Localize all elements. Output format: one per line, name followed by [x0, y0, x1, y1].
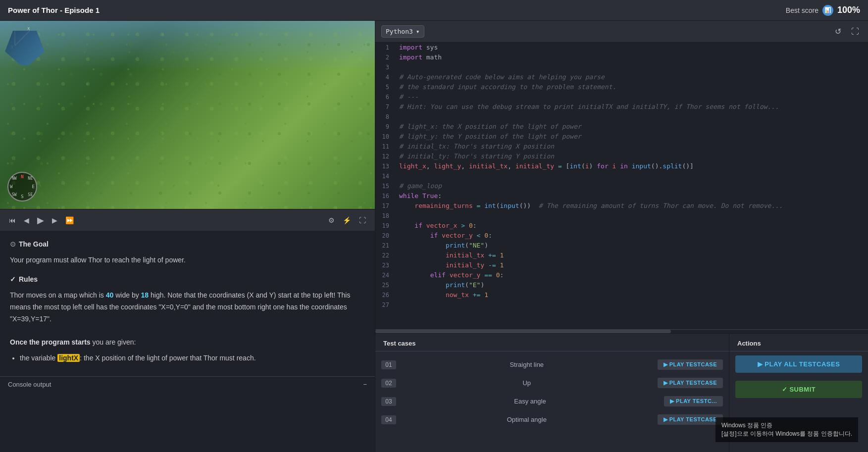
- test-name-03: Easy angle: [401, 398, 659, 405]
- play-button[interactable]: ▶: [34, 213, 47, 228]
- share-button[interactable]: ⚡: [340, 214, 354, 226]
- video-area: x y N S E W NE NW SE SW: [0, 21, 375, 231]
- compass-n-label: N: [21, 174, 23, 179]
- compass-s-label: S: [21, 194, 23, 199]
- forward-button[interactable]: ▶: [49, 214, 60, 226]
- console-collapse-icon[interactable]: −: [363, 381, 367, 388]
- language-label: Python3: [386, 28, 413, 35]
- rules-title[interactable]: ✓ Rules: [10, 274, 365, 285]
- compass-w-label: W: [10, 184, 12, 189]
- rules-height: 18: [141, 291, 149, 299]
- test-name-04: Optimal angle: [401, 416, 653, 423]
- compass-se-label: SE: [28, 193, 33, 197]
- svg-text:y: y: [11, 44, 14, 49]
- code-line-19: 19 if vector_x > 0:: [375, 221, 868, 231]
- score-icon: 📊: [822, 5, 833, 16]
- back-button[interactable]: ◀: [21, 214, 32, 226]
- test-num-04: 04: [381, 415, 396, 424]
- code-line-9: 9 # light_x: the X position of the light…: [375, 122, 868, 132]
- code-line-21: 21 print("NE"): [375, 241, 868, 251]
- code-line-27: 27: [375, 300, 868, 310]
- svg-line-0: [15, 31, 30, 46]
- fullscreen-button[interactable]: ⛶: [356, 214, 369, 226]
- test-item-04[interactable]: 04 Optimal angle ▶ PLAY TESTCASE: [375, 410, 729, 429]
- code-line-18: 18: [375, 211, 868, 221]
- test-item-01[interactable]: 01 Straight line ▶ PLAY TESTCASE: [375, 355, 729, 374]
- code-line-16: 16 while True:: [375, 191, 868, 201]
- code-line-13: 13 light_x, light_y, initial_tx, initial…: [375, 161, 868, 171]
- bullet-item-1: the variable lightX: the X position of t…: [20, 352, 365, 364]
- rules-text: Thor moves on a map which is 40 wide by …: [10, 290, 365, 364]
- rules-section: ✓ Rules Thor moves on a map which is 40 …: [10, 274, 365, 364]
- code-line-1: 1 import sys: [375, 43, 868, 52]
- test-num-01: 01: [381, 360, 396, 369]
- fast-forward-button[interactable]: ⏩: [62, 214, 77, 226]
- play-test-04-button[interactable]: ▶ PLAY TESTCASE: [658, 414, 723, 425]
- goal-icon: ⊙: [10, 239, 16, 250]
- code-line-22: 22 initial_tx += 1: [375, 251, 868, 260]
- description-area: ⊙ The Goal Your program must allow Thor …: [0, 231, 375, 376]
- play-test-02-button[interactable]: ▶ PLAY TESTCASE: [658, 378, 723, 388]
- language-selector[interactable]: Python3 ▾: [381, 25, 424, 38]
- play-test-03-button[interactable]: ▶ PLAY TESTC...: [664, 396, 723, 406]
- video-frame[interactable]: x y N S E W NE NW SE SW: [0, 21, 375, 209]
- code-line-20: 20 if vector_y < 0:: [375, 231, 868, 241]
- code-line-4: 4 # Auto-generated code below aims at he…: [375, 72, 868, 82]
- app-title: Power of Thor - Episode 1: [8, 6, 100, 14]
- code-line-5: 5 # the standard input according to the …: [375, 82, 868, 92]
- test-cases-panel: Test cases 01 Straight line ▶ PLAY TESTC…: [375, 334, 729, 452]
- code-line-26: 26 now_tx += 1: [375, 290, 868, 300]
- code-line-25: 25 print("E"): [375, 280, 868, 290]
- main-layout: x y N S E W NE NW SE SW: [0, 21, 868, 452]
- test-name-02: Up: [401, 379, 653, 387]
- test-num-02: 02: [381, 379, 396, 388]
- code-line-2: 2 import math: [375, 52, 868, 62]
- actions-panel: Actions ▶ PLAY ALL TESTCASES ✓ SUBMIT: [729, 334, 868, 452]
- code-editor[interactable]: 1 import sys 2 import math 3 4 # Auto-ge…: [375, 43, 868, 329]
- compass-sw-label: SW: [12, 193, 17, 197]
- actions-header: Actions: [729, 334, 868, 352]
- editor-toolbar: Python3 ▾ ↺ ⛶: [375, 21, 868, 43]
- play-all-testcases-button[interactable]: ▶ PLAY ALL TESTCASES: [735, 355, 862, 373]
- right-panel: Python3 ▾ ↺ ⛶ 1 import sys 2 import math: [375, 21, 868, 452]
- code-line-10: 10 # light_y: the Y position of the ligh…: [375, 132, 868, 142]
- code-line-17: 17 remaining_turns = int(input()) # The …: [375, 201, 868, 211]
- horizontal-scrollbar[interactable]: [375, 329, 868, 333]
- console-output-bar[interactable]: Console output −: [0, 376, 375, 392]
- rules-width: 40: [106, 291, 114, 299]
- test-item-03[interactable]: 03 Easy angle ▶ PLAY TESTC...: [375, 392, 729, 410]
- score-area: Best score 📊 100%: [786, 5, 860, 16]
- bullet-list: the variable lightX: the X position of t…: [10, 352, 365, 364]
- play-test-01-button[interactable]: ▶ PLAY TESTCASE: [658, 359, 723, 370]
- expand-button[interactable]: ⛶: [848, 25, 862, 38]
- compass-ne-label: NE: [28, 176, 33, 181]
- goal-header: ⊙ The Goal: [10, 239, 365, 250]
- rules-collapse-icon: ✓: [10, 274, 16, 285]
- lang-dropdown-icon: ▾: [416, 28, 420, 35]
- test-num-03: 03: [381, 397, 396, 406]
- refresh-button[interactable]: ↺: [832, 25, 844, 38]
- test-item-02[interactable]: 02 Up ▶ PLAY TESTCASE: [375, 374, 729, 392]
- compass: N S E W NE NW SE SW: [7, 172, 37, 201]
- submit-button[interactable]: ✓ SUBMIT: [735, 381, 862, 398]
- scrollbar-thumb[interactable]: [375, 330, 671, 333]
- settings-button[interactable]: ⚙: [325, 214, 338, 226]
- compass-e-label: E: [32, 184, 35, 189]
- compass-nw-label: NW: [12, 176, 17, 181]
- test-cases-header: Test cases: [375, 334, 729, 352]
- best-score-value: 100%: [837, 5, 860, 15]
- video-controls: ⏮ ◀ ▶ ▶ ⏩ ⚙ ⚡ ⛶: [0, 209, 375, 231]
- console-label: Console output: [8, 381, 51, 388]
- bottom-section: Test cases 01 Straight line ▶ PLAY TESTC…: [375, 333, 868, 452]
- test-list: 01 Straight line ▶ PLAY TESTCASE 02 Up ▶…: [375, 352, 729, 452]
- code-line-24: 24 elif vector_y == 0:: [375, 270, 868, 280]
- code-line-15: 15 # game_loop: [375, 181, 868, 191]
- best-score-label: Best score: [786, 6, 818, 14]
- code-line-11: 11 # initial_tx: Thor's starting X posit…: [375, 142, 868, 151]
- code-line-3: 3: [375, 62, 868, 72]
- rewind-button[interactable]: ⏮: [6, 214, 19, 226]
- code-line-8: 8: [375, 112, 868, 122]
- code-line-14: 14: [375, 171, 868, 181]
- test-name-01: Straight line: [401, 361, 653, 368]
- code-line-23: 23 initial_ty -= 1: [375, 260, 868, 270]
